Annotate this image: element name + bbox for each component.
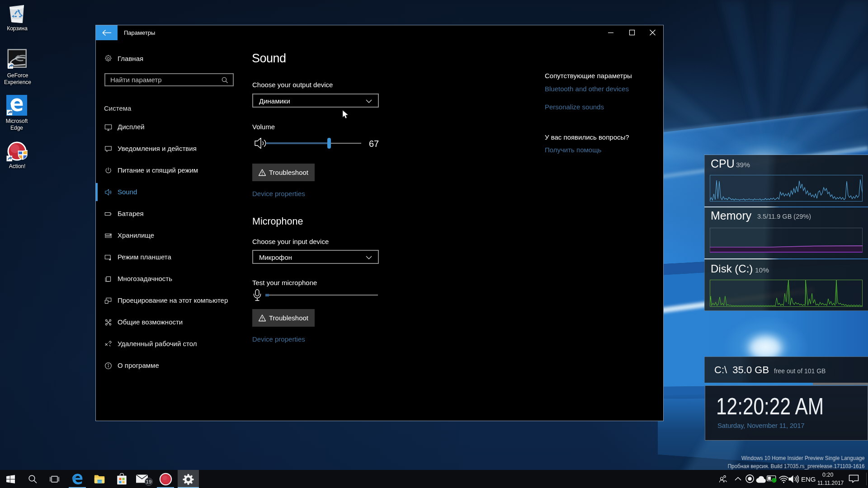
svg-text:19: 19 [146, 479, 152, 484]
